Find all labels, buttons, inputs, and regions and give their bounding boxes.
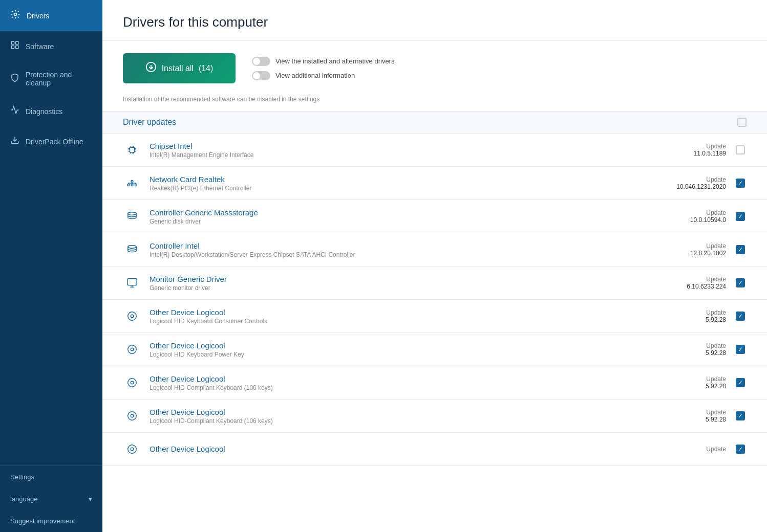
driver-row: Other Device Logicool Logicool HID Keybo…	[102, 333, 767, 366]
chevron-down-icon: ▾	[89, 495, 92, 503]
sidebar-language[interactable]: language ▾	[0, 488, 102, 510]
driver-icon-8	[123, 407, 141, 425]
driver-checkbox-2[interactable]	[736, 212, 745, 221]
driver-checkbox-0[interactable]	[736, 145, 745, 154]
driver-checkbox-wrap-1	[734, 177, 747, 189]
driver-desc-6: Logicool HID Keyboard Power Key	[150, 351, 667, 358]
protection-icon	[10, 73, 19, 85]
install-icon	[145, 61, 157, 75]
drivers-icon	[10, 9, 20, 22]
toggle-row-1: View the installed and alternative drive…	[252, 57, 394, 66]
driver-icon-2	[123, 207, 141, 226]
sidebar-item-drivers[interactable]: Drivers	[0, 0, 102, 31]
sidebar-item-diagnostics-label: Diagnostics	[26, 107, 62, 116]
svg-point-20	[131, 381, 134, 384]
driver-checkbox-1[interactable]	[736, 179, 745, 188]
driver-info-3: Controller Intel Intel(R) Desktop/Workst…	[150, 241, 667, 258]
software-icon	[10, 40, 19, 52]
svg-point-23	[128, 445, 137, 454]
driver-info-1: Network Card Realtek Realtek(R) PCI(e) E…	[150, 175, 667, 192]
driver-checkbox-8[interactable]	[736, 411, 745, 420]
driver-icon-3	[123, 240, 141, 259]
sidebar-item-software-label: Software	[26, 42, 54, 51]
driver-checkbox-wrap-6	[734, 343, 747, 356]
driver-name-1: Network Card Realtek	[150, 175, 667, 184]
driver-row: Other Device Logicool Logicool HID-Compl…	[102, 400, 767, 433]
driver-icon-1	[123, 174, 141, 192]
svg-rect-10	[135, 184, 137, 186]
sidebar-item-diagnostics[interactable]: Diagnostics	[0, 96, 102, 126]
driver-info-7: Other Device Logicool Logicool HID-Compl…	[150, 374, 667, 391]
toggle-additional-info[interactable]	[252, 71, 270, 80]
install-button-label: Install all	[162, 64, 194, 73]
driver-checkbox-wrap-2	[734, 210, 747, 223]
toolbar: Install all (14) View the installed and …	[102, 41, 767, 96]
svg-point-18	[131, 348, 134, 351]
svg-rect-11	[131, 181, 133, 183]
driver-row: Controller Intel Intel(R) Desktop/Workst…	[102, 233, 767, 267]
sidebar: Drivers Software Protection and cleanup …	[0, 0, 102, 532]
svg-rect-2	[16, 41, 18, 44]
driver-checkbox-wrap-5	[734, 310, 747, 322]
driver-checkbox-wrap-3	[734, 243, 747, 256]
driver-update-8: Update 5.92.28	[675, 409, 726, 423]
driver-name-9: Other Device Logicool	[150, 445, 667, 453]
driver-checkbox-4[interactable]	[736, 278, 745, 287]
sidebar-settings[interactable]: Settings	[0, 466, 102, 488]
driver-checkbox-7[interactable]	[736, 378, 745, 387]
sidebar-item-software[interactable]: Software	[0, 31, 102, 61]
svg-point-15	[128, 312, 137, 321]
offline-icon	[10, 136, 19, 147]
toggle-installed-drivers[interactable]	[252, 57, 270, 66]
driver-desc-3: Intel(R) Desktop/Workstation/Server Expr…	[150, 251, 667, 258]
driver-info-5: Other Device Logicool Logicool HID Keybo…	[150, 308, 667, 325]
sidebar-item-offline[interactable]: DriverPack Offline	[0, 126, 102, 157]
install-note: Installation of the recommended software…	[102, 96, 767, 111]
sidebar-item-drivers-label: Drivers	[27, 12, 49, 20]
driver-desc-2: Generic disk driver	[150, 218, 667, 225]
main-content: Drivers for this computer Install all (1…	[102, 0, 767, 532]
sidebar-suggest[interactable]: Suggest improvement	[0, 510, 102, 532]
svg-rect-14	[127, 279, 137, 285]
driver-info-8: Other Device Logicool Logicool HID-Compl…	[150, 408, 667, 425]
driver-checkbox-5[interactable]	[736, 312, 745, 321]
driver-checkbox-wrap-9	[734, 443, 747, 455]
driver-checkbox-6[interactable]	[736, 345, 745, 354]
settings-label: Settings	[10, 473, 34, 481]
driver-name-4: Monitor Generic Driver	[150, 275, 667, 283]
driver-icon-0	[123, 141, 141, 159]
driver-desc-4: Generic monitor driver	[150, 284, 667, 292]
svg-rect-3	[11, 46, 14, 49]
driver-name-0: Chipset Intel	[150, 142, 667, 150]
svg-point-13	[128, 246, 137, 249]
driver-desc-7: Logicool HID-Compliant Keyboard (106 key…	[150, 384, 667, 391]
suggest-label: Suggest improvement	[10, 517, 75, 525]
driver-icon-4	[123, 274, 141, 292]
driver-icon-9	[123, 440, 141, 458]
driver-update-7: Update 5.92.28	[675, 375, 726, 390]
select-all-checkbox[interactable]	[737, 118, 747, 127]
svg-point-0	[14, 13, 17, 16]
svg-rect-9	[131, 184, 133, 186]
install-count: (14)	[199, 64, 213, 73]
driver-update-6: Update 5.92.28	[675, 342, 726, 357]
driver-row: Other Device Logicool Logicool HID Keybo…	[102, 300, 767, 333]
driver-checkbox-wrap-7	[734, 376, 747, 389]
driver-checkbox-wrap-0	[734, 144, 747, 156]
driver-update-0: Update 11.0.5.1189	[675, 143, 726, 157]
svg-rect-4	[16, 46, 18, 49]
driver-desc-8: Logicool HID-Compliant Keyboard (106 key…	[150, 417, 667, 425]
driver-update-1: Update 10.046.1231.2020	[675, 176, 726, 190]
driver-name-7: Other Device Logicool	[150, 374, 667, 383]
install-all-button[interactable]: Install all (14)	[123, 53, 236, 83]
driver-checkbox-3[interactable]	[736, 245, 745, 254]
driver-info-4: Monitor Generic Driver Generic monitor d…	[150, 275, 667, 292]
sidebar-item-protection-label: Protection and cleanup	[26, 71, 92, 87]
language-label: language	[10, 495, 38, 503]
sidebar-item-protection[interactable]: Protection and cleanup	[0, 61, 102, 96]
driver-update-3: Update 12.8.20.1002	[675, 242, 726, 257]
driver-checkbox-9[interactable]	[736, 445, 745, 454]
svg-rect-8	[127, 184, 130, 186]
driver-desc-1: Realtek(R) PCI(e) Ethernet Controller	[150, 185, 667, 192]
driver-list: Chipset Intel Intel(R) Management Engine…	[102, 134, 767, 466]
